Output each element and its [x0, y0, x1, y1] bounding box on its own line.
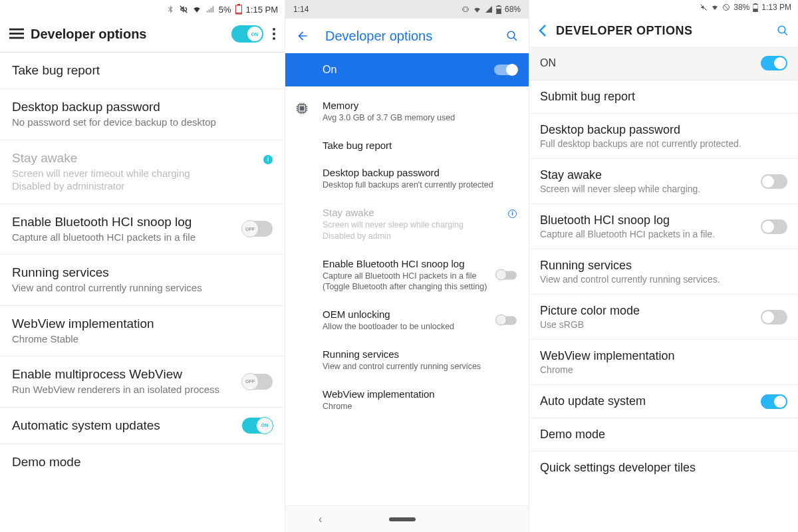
row-auto-updates[interactable]: Automatic system updates ON	[0, 408, 285, 444]
row-title: Running services	[540, 259, 787, 273]
settings-list: Memory Avg 3.0 GB of 3.7 GB memory used …	[285, 86, 529, 420]
more-icon[interactable]	[273, 28, 275, 40]
row-subtitle: Capture all bluetooth HCI packets in a f…	[12, 231, 237, 244]
status-bar: 38% 1:13 PM	[529, 0, 798, 15]
row-bt-hci[interactable]: Enable Bluetooth HCI snoop log Capture a…	[0, 204, 285, 255]
row-title: Quick settings developer tiles	[540, 461, 787, 475]
toggle-switch[interactable]	[761, 310, 787, 325]
row-bt-hci[interactable]: Bluetooth HCI snoop log Capture all Blue…	[529, 204, 798, 249]
toggle-switch[interactable]	[761, 394, 787, 409]
wifi-icon	[192, 5, 201, 14]
row-picture-color[interactable]: Picture color mode Use sRGB	[529, 295, 798, 340]
battery-icon	[753, 3, 758, 12]
back-nav-icon[interactable]: ‹	[319, 513, 322, 525]
toggle-knob	[774, 57, 786, 69]
back-icon[interactable]	[539, 24, 547, 37]
row-subtitle: No password set for device backup to des…	[12, 116, 273, 129]
on-label: On	[323, 64, 494, 76]
svg-point-13	[507, 31, 515, 39]
battery-percent: 68%	[505, 5, 521, 14]
svg-point-7	[273, 33, 275, 35]
master-toggle-row[interactable]: On	[285, 53, 529, 86]
row-title: Picture color mode	[540, 304, 787, 318]
svg-rect-12	[496, 9, 501, 13]
master-toggle[interactable]	[761, 56, 787, 70]
row-backup-password[interactable]: Desktop backup password No password set …	[0, 89, 285, 140]
toggle-knob: OFF	[241, 220, 259, 237]
row-demo-mode[interactable]: Demo mode	[529, 418, 798, 452]
row-webview-impl[interactable]: WebView implementation Chrome Stable	[0, 306, 285, 357]
row-subtitle: Screen will never sleep while charging.	[540, 184, 787, 194]
row-webview-impl[interactable]: WebView implementation Chrome	[529, 340, 798, 385]
row-bug-report[interactable]: Take bug report	[285, 132, 529, 159]
row-title: Stay awake	[540, 168, 787, 182]
toggle-switch[interactable]: OFF	[242, 374, 273, 390]
clock: 1:15 PM	[246, 5, 278, 15]
toggle-switch[interactable]	[497, 317, 517, 325]
master-toggle[interactable]	[494, 65, 517, 75]
toggle-switch[interactable]	[761, 174, 787, 189]
toggle-switch[interactable]	[497, 271, 517, 279]
row-bug-report[interactable]: Take bug report	[0, 53, 285, 89]
clock: 1:13 PM	[761, 3, 791, 12]
row-demo-mode[interactable]: Demo mode	[0, 444, 285, 480]
menu-icon[interactable]	[9, 28, 24, 40]
row-title: Demo mode	[540, 428, 787, 442]
row-backup-password[interactable]: Desktop backup password Desktop full bac…	[285, 159, 529, 199]
toggle-knob	[762, 176, 774, 188]
master-toggle-row[interactable]: ON	[529, 47, 798, 80]
search-icon[interactable]	[777, 25, 789, 37]
row-running-services[interactable]: Running services View and control curren…	[529, 249, 798, 295]
vibrate-icon	[462, 5, 469, 13]
toggle-switch[interactable]: OFF	[242, 221, 273, 237]
search-icon[interactable]	[506, 30, 518, 42]
row-memory[interactable]: Memory Avg 3.0 GB of 3.7 GB memory used	[285, 92, 529, 132]
toggle-switch[interactable]: ON	[242, 418, 273, 434]
row-backup-password[interactable]: Desktop backup password Full desktop bac…	[529, 114, 798, 159]
row-subtitle: Use sRGB	[540, 319, 787, 330]
phone-2: 1:14 68% Developer options On Memory Avg…	[285, 0, 529, 532]
row-subtitle: Screen will never sleep while charging D…	[323, 219, 517, 242]
row-title: Stay awake	[323, 207, 517, 218]
row-subtitle: View and control currently running servi…	[12, 281, 273, 295]
row-bt-hci[interactable]: Enable Bluetooth HCI snoop log Capture a…	[285, 250, 529, 301]
row-stay-awake[interactable]: Stay awake Screen will never sleep while…	[529, 159, 798, 204]
row-title: Enable multiprocess WebView	[12, 367, 237, 382]
battery-icon	[235, 4, 242, 15]
row-title: Stay awake	[12, 151, 273, 166]
row-bug-report[interactable]: Submit bug report	[529, 80, 798, 114]
row-oem-unlock[interactable]: OEM unlocking Allow the bootloader to be…	[285, 301, 529, 340]
row-running-services[interactable]: Running services View and control curren…	[285, 340, 529, 380]
svg-rect-15	[300, 106, 304, 110]
toggle-knob	[762, 221, 774, 233]
clock: 1:14	[293, 5, 309, 14]
master-toggle[interactable]: ON	[231, 25, 263, 43]
row-title: Running services	[323, 348, 517, 360]
svg-point-20	[778, 26, 785, 33]
svg-rect-4	[9, 33, 24, 35]
info-icon[interactable]: i	[508, 209, 517, 218]
row-title: WebView implementation	[12, 317, 273, 331]
row-quick-settings-tiles[interactable]: Quick settings developer tiles	[529, 452, 798, 484]
row-auto-update[interactable]: Auto update system	[529, 385, 798, 418]
status-bar: 5% 1:15 PM	[0, 0, 285, 19]
row-webview-impl[interactable]: WebView implementation Chrome	[285, 380, 529, 420]
back-icon[interactable]	[296, 29, 309, 43]
row-subtitle: Avg 3.0 GB of 3.7 GB memory used	[323, 112, 517, 124]
phone-3: 38% 1:13 PM DEVELOPER OPTIONS ON Submit …	[529, 0, 798, 532]
row-multiprocess-webview[interactable]: Enable multiprocess WebView Run WebView …	[0, 356, 285, 408]
info-icon[interactable]: i	[263, 155, 273, 164]
row-subtitle: Capture all Bluetooth HCI packets in a f…	[323, 271, 490, 293]
row-title: Memory	[323, 100, 517, 111]
row-title: Auto update system	[540, 394, 787, 408]
mute-icon	[179, 5, 188, 14]
row-stay-awake: Stay awake Screen will never timeout whi…	[0, 140, 285, 204]
row-subtitle: Capture all Bluetooth HCI packets in a f…	[540, 229, 787, 239]
wifi-icon	[711, 3, 719, 11]
toggle-switch[interactable]	[761, 219, 787, 234]
row-running-services[interactable]: Running services View and control curren…	[0, 255, 285, 306]
home-nav-icon[interactable]	[389, 517, 416, 521]
row-title: Submit bug report	[540, 90, 787, 104]
svg-rect-3	[9, 29, 24, 31]
app-bar: Developer options	[285, 19, 529, 53]
